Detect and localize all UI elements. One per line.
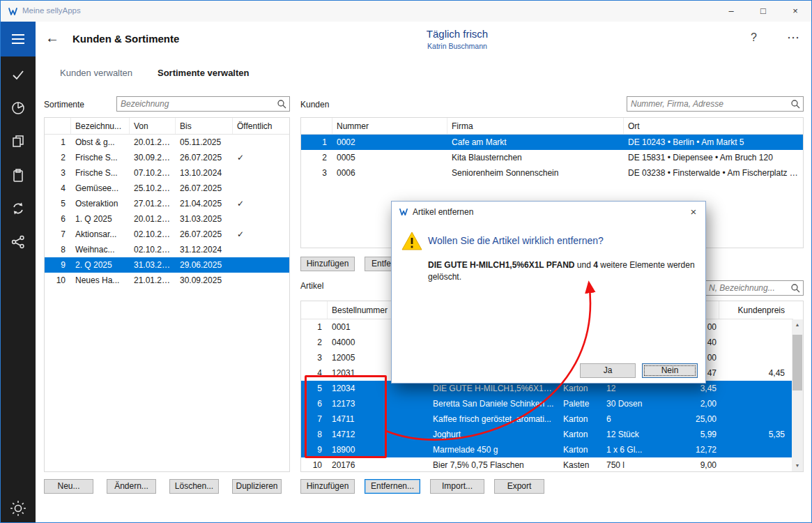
back-button[interactable]: ← [45,30,59,46]
table-row[interactable]: 814712JoghurtKarton12 Stück5,995,35 [301,427,793,442]
artikel-hinzufuegen-button[interactable]: Hinzufügen [300,479,355,494]
cell: 20.01.2025 [130,214,176,224]
cell: 5,99 [662,430,719,439]
close-button[interactable]: × [779,1,811,22]
table-row[interactable]: 7Aktionsar...02.10.202426.07.2025✓ [45,227,289,242]
table-row[interactable]: 3Frische S...07.10.202413.10.2024 [45,165,289,181]
cell: Frische S... [71,153,130,162]
tab-kunden-verwalten[interactable]: Kunden verwalten [60,68,132,78]
cell: Aktionsar... [71,229,130,239]
export-button[interactable]: Export [494,479,544,494]
app-context-name: Täglich frisch [377,28,537,40]
cell: 12 Stück [602,430,662,439]
table-row[interactable]: 30006Seniorenheim SonnenscheinDE 03238 •… [301,165,803,181]
oeffentlich-check: ✓ [233,229,289,239]
column-header[interactable]: Öffentlich [233,118,289,134]
cell: 5 [301,384,328,393]
column-header[interactable] [301,301,328,319]
column-header[interactable]: Von [130,118,176,134]
table-row[interactable]: 5Osteraktion27.01.202521.04.2025✓ [45,196,289,211]
sync-icon[interactable] [1,197,36,220]
page-title: Kunden & Sortimente [72,33,179,45]
table-row[interactable]: 8Weihnac...02.10.202431.12.2024 [45,242,289,257]
cell: 02.10.2024 [130,245,176,255]
cell: 10 [45,275,71,285]
sortimente-search-input[interactable] [117,97,289,111]
dialog-close-button[interactable]: × [682,202,705,222]
column-header[interactable]: Firma [447,118,624,134]
table-row[interactable]: 4Gemüsee...25.10.202426.07.2025 [45,181,289,196]
column-header[interactable] [301,118,332,134]
column-header[interactable]: Bis [176,118,233,134]
aendern-button[interactable]: Ändern... [107,479,156,494]
scroll-up-icon[interactable]: ▲ [792,319,803,331]
artikel-entfernen-button[interactable]: Entfernen... [365,479,420,494]
artikel-scrollbar[interactable]: ▲ ▼ [792,319,803,471]
table-row[interactable]: 61. Q 202520.01.202531.03.2025 [45,211,289,227]
table-row[interactable]: 1Obst & g...20.01.202505.11.2025 [45,135,289,150]
kunden-hinzufuegen-button[interactable]: Hinzufügen [300,257,355,271]
table-row[interactable]: 714711Kaffee frisch geröstet, aromati...… [301,411,793,427]
search-icon[interactable] [790,99,800,111]
catalog-pages-icon[interactable] [1,130,36,153]
oeffentlich-check: ✓ [233,153,289,162]
cell: 05.11.2025 [176,137,233,147]
cell: 6 [45,214,71,224]
menu-button[interactable] [1,22,36,56]
cell: 9 [45,260,71,270]
column-header[interactable]: Kundenpreis [719,301,793,319]
cell: Marmelade 450 g [429,445,559,455]
artikel-label: Artikel [300,281,323,291]
column-header[interactable] [45,118,71,134]
help-button[interactable]: ? [751,31,757,44]
column-header[interactable]: Ort [624,118,803,134]
search-icon[interactable] [277,99,286,111]
pie-chart-icon[interactable] [1,97,36,119]
import-button[interactable]: Import... [430,479,484,494]
table-row[interactable]: 612173Beretta San Daniele Schinken ...Pa… [301,396,793,411]
app-context-user: Katrin Buschmann [377,42,537,50]
nein-button[interactable]: Nein [642,363,698,378]
more-options-button[interactable]: ⋯ [787,30,799,45]
duplizieren-button[interactable]: Duplizieren [232,479,282,494]
cell: 750 l [602,460,662,470]
search-icon[interactable] [790,283,800,295]
sortimente-table-body: 1Obst & g...20.01.202505.11.20252Frische… [45,135,289,288]
scroll-down-icon[interactable]: ▼ [792,460,803,471]
table-row[interactable]: 10Neues Ha...21.01.202530.09.2025 [45,273,289,288]
kunden-search-input[interactable] [627,97,803,111]
dialog-body-text: und [574,260,593,270]
table-row[interactable]: 918900Marmelade 450 gKarton1 x 6 Gl...12… [301,442,793,457]
dialog-item-name: DIE GUTE H-MILCH1,5%6X1L PFAND [428,260,574,270]
tasks-check-icon[interactable] [1,63,36,86]
kunden-label: Kunden [300,100,329,109]
artikel-search-input[interactable] [705,281,803,295]
ja-button[interactable]: Ja [580,363,636,378]
scrollbar-thumb[interactable] [792,335,802,391]
cell: Cafe am Markt [447,137,624,147]
table-row[interactable]: 92. Q 202531.03.202529.06.2025 [45,257,289,273]
cell: 26.07.2025 [176,153,233,162]
settings-gear-icon[interactable] [1,497,36,520]
table-row[interactable]: 2Frische S...30.09.202426.07.2025✓ [45,150,289,165]
table-row[interactable]: 10002Cafe am MarktDE 10243 • Berlin • Am… [301,135,803,150]
minimize-button[interactable]: – [715,1,747,22]
sidebar [1,22,36,522]
titlebar: Meine sellyApps – □ × [1,1,811,22]
table-row[interactable]: 20005Kita BlausternchenDE 15831 • Diepen… [301,150,803,165]
loeschen-button[interactable]: Löschen... [169,479,219,494]
table-row[interactable]: 1020176Bier 7,5% 0,75 FlaschenKasten750 … [301,457,793,472]
tab-sortimente-verwalten[interactable]: Sortimente verwalten [158,68,250,78]
cell: Karton [559,414,602,424]
clipboard-icon[interactable] [1,164,36,186]
cell: 14711 [328,414,429,424]
maximize-button[interactable]: □ [747,1,779,22]
column-header[interactable]: Bezeichnu... [71,118,130,134]
cell: 10 [301,460,328,470]
column-header[interactable]: Nummer [332,118,447,134]
window-controls: – □ × [715,1,811,22]
cell: Weihnac... [71,245,130,255]
share-network-icon[interactable] [1,231,36,253]
cell: 7 [301,414,328,424]
neu-button[interactable]: Neu... [44,479,93,494]
